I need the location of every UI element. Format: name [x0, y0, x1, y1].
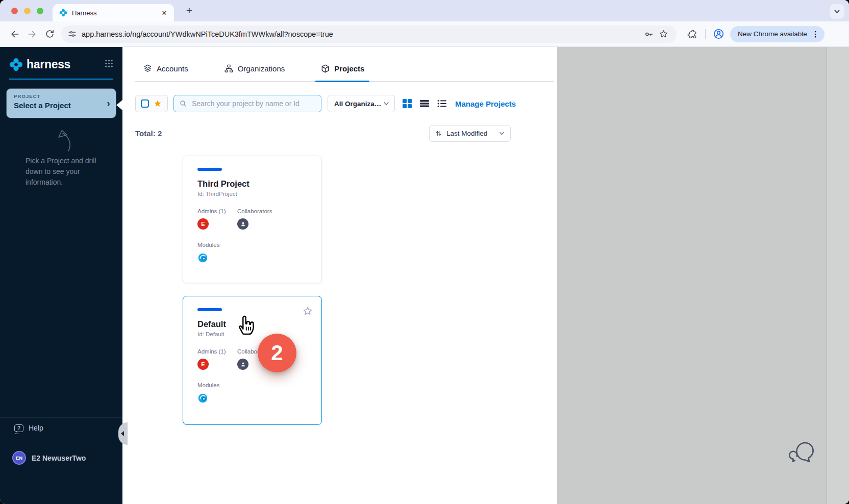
traffic-lights [0, 8, 53, 14]
extensions-button[interactable] [684, 26, 701, 43]
favorites-checkbox[interactable] [141, 99, 149, 108]
back-arrow-icon [10, 29, 20, 39]
tab-organizations[interactable]: Organizations [224, 56, 285, 81]
tab-projects[interactable]: Projects [320, 56, 364, 81]
admin-avatar[interactable]: E [197, 359, 209, 370]
sidebar-divider [0, 417, 122, 418]
tab-close-icon[interactable]: ✕ [160, 8, 169, 17]
main-content: Accounts Organizations Projects [122, 47, 557, 504]
total-count: Total: 2 [135, 129, 162, 138]
tab-search-button[interactable] [830, 4, 844, 19]
organization-filter-dropdown[interactable]: All Organiza… [328, 95, 395, 112]
module-chaos-icon [197, 393, 307, 406]
reload-button[interactable] [41, 26, 58, 43]
hint-arrow-sketch [47, 122, 73, 155]
sort-dropdown[interactable]: Last Modified [429, 125, 511, 142]
brand-underline [9, 79, 113, 80]
manage-projects-link[interactable]: Manage Projects [455, 99, 516, 108]
close-window-button[interactable] [11, 8, 18, 14]
sort-arrows-icon [435, 130, 442, 137]
browser-menu-icon[interactable]: ⋮ [812, 30, 819, 39]
browser-window: Harness ✕ + app.harness.io/ng/account/YW… [0, 0, 849, 504]
project-selector[interactable]: PROJECT Select a Project › [7, 89, 116, 118]
tutorial-step-badge: 2 [258, 334, 296, 372]
person-icon [240, 221, 246, 228]
project-id: Id: ThirdProject [197, 191, 307, 197]
chrome-update-label: New Chrome available [738, 30, 807, 38]
search-input[interactable] [191, 99, 316, 108]
project-selector-value: Select a Project [14, 101, 109, 110]
organizations-tree-icon [224, 64, 234, 73]
collaborators-column: Collaborators [237, 208, 272, 230]
help-icon: ? [14, 424, 23, 432]
admin-avatar[interactable]: E [197, 218, 209, 230]
help-button[interactable]: ? Help [14, 424, 43, 432]
site-info-icon[interactable] [67, 29, 77, 39]
filter-row: All Organiza… Manage Projects [135, 95, 516, 112]
key-icon [644, 29, 654, 39]
projects-cube-icon [320, 64, 330, 73]
new-tab-button[interactable]: + [182, 4, 196, 18]
tab-accounts[interactable]: Accounts [143, 56, 188, 81]
app-viewport: harness PROJECT Select a Project › Pick … [0, 47, 849, 504]
chrome-update-pill[interactable]: New Chrome available ⋮ [730, 26, 825, 42]
empty-desktop-area [557, 47, 849, 504]
chevron-right-icon: › [107, 97, 110, 109]
tab-organizations-label: Organizations [238, 64, 285, 73]
list-view-button[interactable] [419, 98, 430, 109]
detailed-list-view-button[interactable] [437, 98, 447, 109]
bookmark-button[interactable] [656, 27, 670, 41]
back-button[interactable] [6, 26, 23, 43]
project-search[interactable] [173, 95, 321, 112]
browser-tab[interactable]: Harness ✕ [53, 4, 174, 21]
list-view-icon [420, 99, 429, 108]
user-avatar: EN [12, 451, 26, 465]
minimize-window-button[interactable] [24, 8, 31, 14]
search-icon [179, 99, 187, 108]
browser-tab-strip: Harness ✕ + [0, 0, 849, 21]
chat-widget-button[interactable] [788, 441, 817, 468]
brand-wordmark: harness [27, 58, 70, 71]
project-title: Third Project [197, 179, 307, 189]
project-card-third-project[interactable]: Third Project Id: ThirdProject Admins (1… [183, 156, 322, 283]
brand-row: harness [9, 58, 113, 71]
admins-label: Admins (1) [197, 348, 227, 355]
modules-label: Modules [197, 382, 307, 388]
url-text[interactable]: app.harness.io/ng/account/YWdkwNPiTceDUK… [82, 30, 642, 38]
profile-icon [713, 28, 725, 40]
app-switcher-button[interactable] [105, 59, 113, 70]
tab-accounts-label: Accounts [157, 64, 188, 73]
toolbar-divider [705, 29, 706, 39]
favorites-filter[interactable] [135, 95, 168, 112]
zoom-window-button[interactable] [37, 8, 43, 14]
pointer-hand-cursor [236, 314, 255, 338]
tab-title: Harness [72, 9, 155, 17]
module-chaos-icon [197, 253, 307, 265]
collaborator-avatar[interactable] [237, 218, 248, 230]
grid-dots-icon [105, 59, 113, 68]
chevron-down-icon [834, 8, 840, 15]
address-bar[interactable]: app.harness.io/ng/account/YWdkwNPiTceDUK… [61, 26, 677, 43]
chat-bubbles-icon [788, 441, 817, 466]
forward-button[interactable] [23, 26, 41, 43]
star-outline-icon [659, 29, 668, 39]
admins-column: Admins (1) E [197, 348, 227, 370]
harness-favicon [59, 9, 67, 17]
profile-button[interactable] [710, 26, 727, 43]
user-menu[interactable]: EN E2 NewuserTwo [12, 451, 86, 465]
scope-tabs: Accounts Organizations Projects [135, 56, 554, 82]
collaborator-avatar[interactable] [237, 359, 248, 370]
grid-view-button[interactable] [402, 98, 412, 109]
favorite-star-icon [153, 99, 162, 108]
puzzle-icon [687, 29, 697, 39]
favorite-star-button[interactable] [302, 306, 313, 319]
right-edge-strip [827, 47, 849, 504]
project-color-bar [197, 308, 222, 311]
project-color-bar [197, 168, 222, 171]
reload-icon [45, 29, 55, 39]
user-name: E2 NewuserTwo [32, 454, 86, 462]
browser-toolbar: app.harness.io/ng/account/YWdkwNPiTceDUK… [0, 21, 849, 47]
help-label: Help [29, 424, 43, 432]
tab-projects-label: Projects [334, 64, 364, 73]
password-manager-button[interactable] [642, 27, 656, 41]
